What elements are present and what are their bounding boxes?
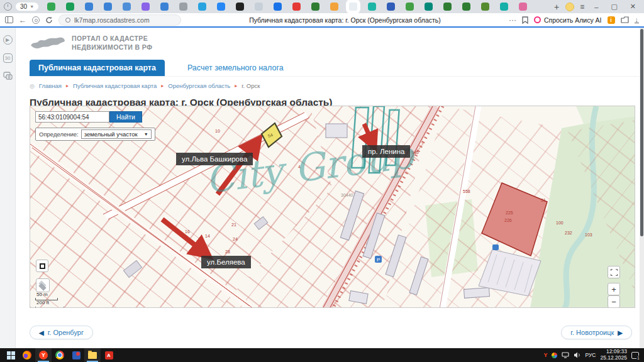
alice-button[interactable]: Спросить Алису AI (534, 16, 602, 24)
zoom-out-button[interactable]: − (608, 295, 620, 308)
crumb-region[interactable]: Оренбургская область (168, 82, 230, 89)
firefox-icon (23, 351, 31, 359)
screenshot-icon[interactable] (3, 72, 13, 80)
browser-tab[interactable] (292, 3, 301, 11)
browser-siderail: ▶ 30 (0, 28, 16, 348)
taskbar-photos[interactable] (68, 348, 84, 362)
svg-text:21: 21 (231, 222, 236, 227)
browser-tab[interactable] (179, 3, 187, 11)
browser-tab[interactable] (406, 3, 414, 11)
scrollbar-thumb[interactable] (640, 29, 643, 236)
map-search: Найти (35, 111, 142, 123)
extension-icon[interactable]: i (608, 16, 615, 24)
browser-tab[interactable] (142, 3, 150, 11)
browser-tab[interactable] (198, 3, 206, 11)
crumb-home[interactable]: Главная (39, 82, 62, 89)
back-icon[interactable]: ← (19, 16, 26, 24)
browser-tab[interactable] (481, 3, 489, 11)
taskbar-clock[interactable]: 12:09:33 25.12.2025 (600, 349, 627, 361)
object-type-select[interactable]: земельный участок ▼ (81, 129, 152, 139)
taskbar-chrome[interactable] (52, 348, 68, 362)
next-city-label: г. Новотроицк (570, 329, 614, 336)
taskbar-yandex-browser[interactable]: Y (35, 348, 52, 362)
browser-tab[interactable] (85, 3, 93, 11)
play-panel-icon[interactable]: ▶ (3, 35, 13, 45)
next-city-button[interactable]: г. Новотроицк ▶ (561, 326, 632, 339)
transit-icon (492, 244, 499, 250)
minimize-button[interactable]: – (590, 3, 602, 11)
menu-icon[interactable]: ≡ (578, 3, 586, 11)
taskbar-explorer[interactable] (84, 348, 101, 362)
prev-city-button[interactable]: ◀ г. Оренбург (30, 326, 93, 339)
bookmark-icon[interactable] (522, 16, 528, 24)
svg-text:30440: 30440 (341, 193, 353, 197)
browser-tab[interactable] (66, 3, 74, 11)
browser-tab[interactable] (47, 3, 55, 11)
crumb-map[interactable]: Публичная кадастровая карта (73, 82, 157, 89)
download-icon[interactable]: ↓ (635, 17, 640, 23)
browser-tab[interactable] (443, 3, 452, 11)
tab-counter[interactable]: 30 ▼ (16, 3, 38, 11)
page-scrollbar[interactable] (640, 28, 644, 348)
collections-icon[interactable] (621, 16, 629, 23)
svg-text:100: 100 (556, 221, 564, 225)
close-button[interactable]: ✕ (626, 3, 640, 11)
russia-map-logo (30, 35, 66, 52)
breadcrumb-separator-icon: ▸ (66, 83, 69, 89)
history-icon[interactable] (4, 3, 12, 11)
tray-yandex-icon[interactable]: Y (543, 352, 547, 358)
tray-app-icon[interactable] (552, 353, 557, 358)
find-button[interactable]: Найти (109, 111, 142, 123)
alice-icon (534, 16, 541, 23)
more-icon[interactable]: ··· (509, 16, 516, 24)
photos-icon (72, 351, 80, 359)
new-tab-button[interactable]: + (552, 2, 562, 12)
tab-cadastral-map[interactable]: Публичная кадастровая карта (30, 60, 165, 76)
start-button[interactable] (3, 348, 19, 362)
tab-land-tax[interactable]: Расчет земельного налога (179, 60, 292, 76)
volume-icon[interactable] (574, 352, 580, 358)
notification-icon[interactable]: 1 (631, 352, 639, 359)
sidebar-toggle-icon[interactable] (5, 16, 13, 23)
browser-tab[interactable] (349, 3, 357, 11)
browser-tab[interactable] (255, 3, 263, 11)
maximize-button[interactable]: ▢ (606, 3, 621, 11)
cadastral-map[interactable]: 54 225 226 558 100 232 103 51 30440 10 1… (30, 106, 635, 308)
site-nav-tabs: Публичная кадастровая карта Расчет земел… (30, 60, 640, 77)
browser-tab[interactable] (368, 3, 376, 11)
browser-tab[interactable] (104, 3, 112, 11)
browser-tab[interactable] (500, 3, 508, 11)
city-nav: ◀ г. Оренбург г. Новотроицк ▶ (30, 326, 632, 339)
reload-icon[interactable] (45, 16, 53, 24)
layers-button[interactable] (36, 278, 50, 292)
yandex-browser-icon: Y (39, 351, 48, 359)
browser-tab[interactable] (387, 3, 395, 11)
tab-favicons[interactable] (42, 3, 548, 11)
protect-icon[interactable] (32, 16, 40, 24)
extent-button[interactable] (36, 260, 48, 272)
site-header: ПОРТАЛ О КАДАСТРЕ НЕДВИЖИМОСТИ В РФ (30, 35, 640, 52)
browser-tab[interactable] (123, 3, 131, 11)
network-icon[interactable] (562, 352, 569, 358)
filter-box: Определение: земельный участок ▼ (35, 128, 155, 141)
zoom-in-button[interactable]: + (608, 283, 620, 295)
browser-tab[interactable] (425, 3, 433, 11)
browser-tab[interactable] (311, 3, 319, 11)
language-indicator[interactable]: РУС (585, 352, 596, 358)
chevron-right-icon: ▶ (618, 329, 623, 336)
browser-tab[interactable] (274, 3, 282, 11)
browser-tab[interactable] (217, 3, 225, 11)
fullscreen-button[interactable] (608, 266, 620, 278)
calendar-icon[interactable]: 30 (3, 53, 13, 63)
filter-value: земельный участок (84, 131, 138, 138)
cadastral-number-input[interactable] (35, 111, 109, 123)
taskbar-acrobat[interactable]: A (101, 348, 117, 362)
browser-tab[interactable] (462, 3, 470, 11)
browser-tab[interactable] (519, 3, 527, 11)
browser-tab[interactable] (236, 3, 244, 11)
taskbar-firefox[interactable] (19, 348, 35, 362)
browser-tab[interactable] (160, 3, 169, 11)
address-bar[interactable]: lk7map.roscadastres.com (58, 14, 181, 26)
browser-tab[interactable] (330, 3, 338, 11)
profile-avatar[interactable] (565, 3, 574, 11)
